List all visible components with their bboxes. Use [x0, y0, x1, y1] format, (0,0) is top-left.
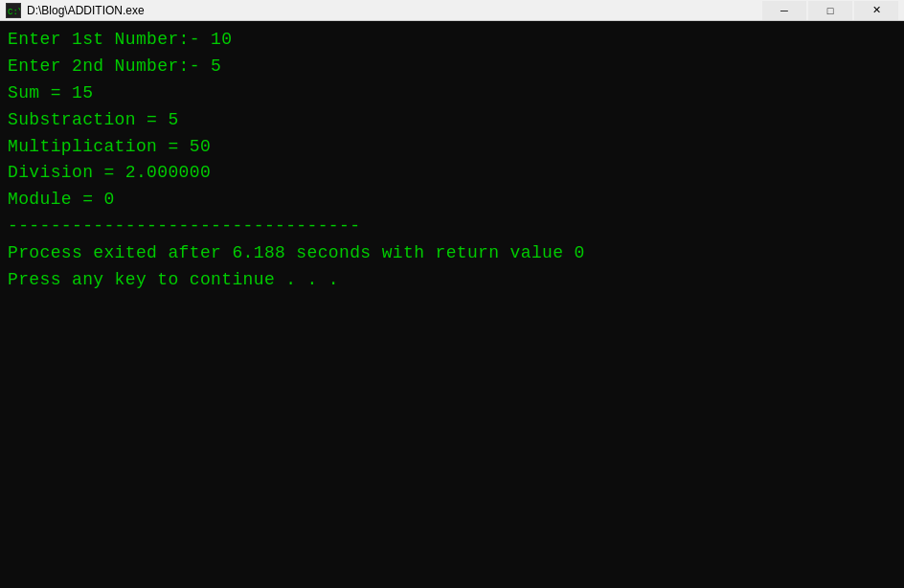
console-line: Press any key to continue . . . [8, 267, 896, 294]
console-line: Enter 2nd Number:- 5 [8, 54, 896, 80]
console-area: Enter 1st Number:- 10Enter 2nd Number:- … [0, 21, 904, 588]
console-line: Enter 1st Number:- 10 [8, 27, 896, 54]
title-bar: C:\ D:\Blog\ADDITION.exe ─ □ ✕ [0, 0, 904, 21]
console-line: Module = 0 [8, 187, 896, 214]
window-controls: ─ □ ✕ [762, 1, 898, 20]
svg-text:C:\: C:\ [8, 8, 20, 17]
console-line: Sum = 15 [8, 80, 896, 107]
window-title: D:\Blog\ADDITION.exe [27, 4, 145, 17]
console-line: Division = 2.000000 [8, 160, 896, 187]
console-line: --------------------------------- [8, 214, 896, 240]
console-line: Multiplication = 50 [8, 134, 896, 161]
cmd-icon: C:\ [6, 3, 21, 18]
maximize-button[interactable]: □ [808, 1, 852, 20]
close-button[interactable]: ✕ [854, 1, 898, 20]
console-line: Process exited after 6.188 seconds with … [8, 240, 896, 267]
minimize-button[interactable]: ─ [762, 1, 806, 20]
console-line: Substraction = 5 [8, 107, 896, 134]
